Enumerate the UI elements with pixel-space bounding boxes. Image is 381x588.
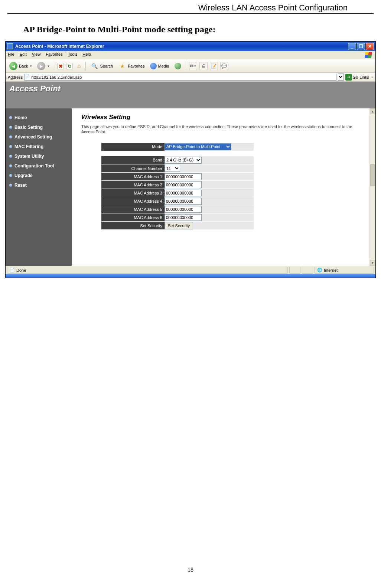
band-label: Band : (101, 156, 165, 164)
menu-file[interactable]: File (8, 52, 14, 59)
band-select[interactable]: 2.4 GHz (B+G) (165, 157, 202, 164)
address-label: Address (8, 75, 23, 79)
vertical-scrollbar[interactable]: ▲ ▼ (369, 108, 375, 266)
banner-title: Access Point (9, 84, 372, 94)
close-button[interactable]: ✕ (366, 43, 374, 50)
taskbar-strip (6, 274, 375, 278)
scroll-up-icon[interactable]: ▲ (370, 108, 375, 114)
print-button[interactable]: 🖨 (199, 62, 208, 70)
page-banner: Access Point (6, 82, 375, 108)
mac2-input[interactable] (165, 182, 202, 188)
mail-button[interactable]: ✉▾ (189, 62, 197, 70)
sidebar-item-reset[interactable]: Reset (9, 180, 69, 190)
channel-select[interactable]: 11 (165, 165, 180, 172)
stop-button[interactable]: ✖ (57, 63, 64, 69)
sidebar-nav: Home Basic Setting Advanced Setting MAC … (6, 108, 72, 266)
internet-zone-icon: 🌐 (317, 268, 322, 272)
sidebar-item-configuration-tool[interactable]: Configuration Tool (9, 161, 69, 171)
links-label[interactable]: Links (359, 75, 369, 79)
scroll-thumb[interactable] (370, 164, 375, 186)
mac1-input[interactable] (165, 173, 202, 180)
menu-bar: File Edit View Favorites Tools Help (6, 51, 375, 59)
scroll-down-icon[interactable]: ▼ (370, 260, 375, 266)
browser-window: Access Point - Microsoft Internet Explor… (5, 41, 376, 278)
bullet-icon (9, 164, 12, 167)
window-title: Access Point - Microsoft Internet Explor… (15, 44, 348, 49)
go-button[interactable]: ➔Go (345, 74, 358, 81)
sidebar-item-system-utility[interactable]: System Utility (9, 151, 69, 161)
bullet-icon (9, 184, 12, 187)
menu-edit[interactable]: Edit (20, 52, 27, 59)
refresh-button[interactable]: ↻ (66, 63, 73, 69)
document-title: AP Bridge-Point to Multi-Point mode sett… (23, 24, 381, 35)
mac4-input[interactable] (165, 198, 202, 205)
address-dropdown[interactable] (338, 74, 344, 81)
mac1-label: MAC Address 1 : (101, 173, 165, 181)
zone-text: Internet (324, 268, 338, 272)
windows-flag-icon (365, 52, 373, 59)
window-titlebar: Access Point - Microsoft Internet Explor… (6, 42, 375, 51)
favorites-button[interactable]: ★Favorites (117, 61, 146, 71)
page-heading: Wireless Setting (81, 114, 366, 121)
bullet-icon (9, 174, 12, 177)
bullet-icon (9, 155, 12, 158)
mac6-input[interactable] (165, 214, 202, 221)
menu-view[interactable]: View (32, 52, 41, 59)
mode-select[interactable]: AP Bridge-Point to Multi-Point (165, 143, 231, 150)
sidebar-item-upgrade[interactable]: Upgrade (9, 171, 69, 180)
mac3-input[interactable] (165, 190, 202, 196)
forward-button[interactable]: ►▾ (36, 61, 51, 71)
status-text: Done (16, 268, 26, 272)
set-security-button[interactable]: Set Security (165, 222, 193, 229)
mac6-label: MAC Address 6 : (101, 213, 165, 222)
status-bar: 📄Done 🌐Internet (6, 266, 375, 274)
home-button[interactable]: ⌂ (75, 62, 82, 70)
document-header: Wireless LAN Access Point Configuration (7, 0, 374, 14)
mac5-label: MAC Address 5 : (101, 205, 165, 213)
bullet-icon (9, 116, 12, 119)
sidebar-item-basic-setting[interactable]: Basic Setting (9, 122, 69, 132)
mac2-label: MAC Address 2 : (101, 181, 165, 189)
minimize-button[interactable]: _ (348, 43, 356, 50)
menu-tools[interactable]: Tools (68, 52, 78, 59)
status-page-icon: 📄 (10, 268, 15, 272)
bullet-icon (9, 126, 12, 129)
media-button[interactable]: Media (149, 62, 171, 70)
menu-favorites[interactable]: Favorites (46, 52, 62, 59)
mac5-input[interactable] (165, 206, 202, 213)
page-description: This page allows you to define ESSID, an… (81, 124, 366, 135)
mac4-label: MAC Address 4 : (101, 197, 165, 205)
app-icon (7, 43, 13, 49)
sidebar-item-home[interactable]: Home (9, 113, 69, 122)
main-content: Wireless Setting This page allows you to… (72, 108, 375, 266)
sidebar-item-mac-filtering[interactable]: MAC Filtering (9, 142, 69, 151)
menu-help[interactable]: Help (82, 52, 91, 59)
maximize-button[interactable]: ❐ (357, 43, 365, 50)
toolbar: ◄Back▾ ►▾ ✖ ↻ ⌂ 🔍Search ★Favorites Media… (6, 59, 375, 73)
bullet-icon (9, 135, 12, 138)
discuss-button[interactable]: 💬 (220, 62, 228, 70)
address-bar: Address ➔Go Links » (6, 73, 375, 82)
mac3-label: MAC Address 3 : (101, 189, 165, 197)
mode-label: Mode : (101, 143, 165, 151)
settings-form: Mode : AP Bridge-Point to Multi-Point Ba… (101, 143, 254, 230)
search-button[interactable]: 🔍Search (89, 61, 114, 71)
channel-label: Channel Number : (101, 164, 165, 173)
security-label: Set Security : (101, 222, 165, 230)
back-button[interactable]: ◄Back▾ (8, 61, 33, 71)
page-number: 18 (0, 566, 381, 573)
bullet-icon (9, 145, 12, 148)
address-input[interactable] (24, 74, 336, 81)
sidebar-item-advanced-setting[interactable]: Advanced Setting (9, 132, 69, 142)
history-button[interactable] (173, 62, 183, 70)
edit-button[interactable]: 📝 (210, 62, 218, 70)
